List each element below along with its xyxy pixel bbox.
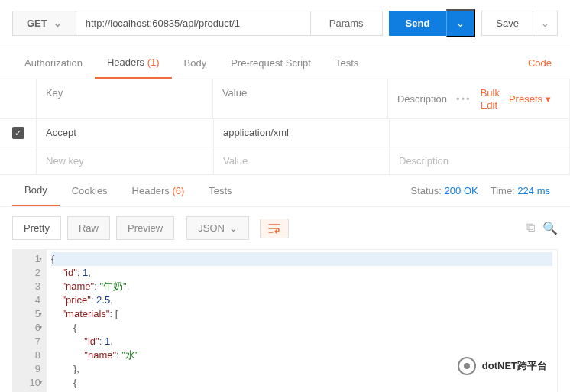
watermark-text: dotNET跨平台 [482,359,547,373]
header-desc-label: Description [397,93,447,105]
wechat-icon [458,357,476,375]
header-key-input[interactable]: Accept [37,119,214,147]
view-raw-button[interactable]: Raw [67,216,110,240]
response-tab-tests[interactable]: Tests [196,176,244,206]
headers-table: Key Value Description ••• Bulk Edit Pres… [0,79,570,175]
header-row-checkbox[interactable]: ✓ [0,119,37,147]
code-link[interactable]: Code [522,48,558,78]
wrap-toggle-button[interactable] [260,219,289,238]
tab-headers-label: Headers [107,57,144,68]
response-headers-label: Headers [132,185,170,196]
send-dropdown-button[interactable]: ⌄ [446,9,475,37]
url-input[interactable] [76,11,311,36]
search-icon[interactable]: 🔍 [542,221,558,235]
chevron-down-icon: ⌄ [541,18,549,29]
header-new-desc[interactable]: Description [390,147,570,174]
header-desc-input[interactable] [390,119,570,147]
check-icon: ✓ [12,127,24,139]
caret-down-icon: ▾ [546,93,551,105]
tab-headers-count: (1) [147,57,160,68]
chevron-down-icon: ⌄ [456,18,465,29]
header-value-label: Value [213,79,388,118]
format-label: JSON [198,222,225,234]
presets-dropdown[interactable]: Presets ▾ [509,93,551,105]
header-key-label: Key [37,79,213,118]
time-value: 224 ms [517,185,550,196]
tab-prerequest[interactable]: Pre-request Script [219,48,323,78]
tab-headers[interactable]: Headers (1) [95,47,172,79]
status-label: Status: [411,185,442,196]
send-button[interactable]: Send [389,11,447,36]
response-headers-count: (6) [172,185,184,196]
http-method-label: GET [27,18,47,29]
response-tab-headers[interactable]: Headers (6) [120,176,197,206]
wrap-icon [268,223,280,234]
chevron-down-icon: ⌄ [229,222,238,234]
response-tab-body[interactable]: Body [12,175,60,206]
format-select[interactable]: JSON ⌄ [186,216,249,240]
params-button[interactable]: Params [311,11,383,36]
copy-icon[interactable]: ⧉ [526,221,535,235]
view-preview-button[interactable]: Preview [116,216,174,240]
chevron-down-icon: ⌄ [53,18,62,29]
watermark: dotNET跨平台 [458,357,547,375]
tab-tests[interactable]: Tests [323,48,371,78]
save-dropdown-button[interactable]: ⌄ [533,11,558,36]
presets-label: Presets [509,93,542,105]
http-method-select[interactable]: GET ⌄ [12,11,76,36]
save-button[interactable]: Save [481,11,533,36]
header-new-key[interactable]: New key [37,147,214,174]
status-display: Status: 200 OK [411,185,478,196]
time-label: Time: [491,185,515,196]
tab-authorization[interactable]: Authorization [12,48,95,78]
status-value: 200 OK [445,185,478,196]
bulk-edit-link[interactable]: Bulk Edit [481,87,500,111]
header-checkbox-col [0,79,37,118]
view-pretty-button[interactable]: Pretty [12,216,61,240]
more-icon[interactable]: ••• [456,93,471,105]
header-new-value[interactable]: Value [214,147,390,174]
tab-body[interactable]: Body [172,48,219,78]
response-tab-cookies[interactable]: Cookies [60,176,120,206]
header-value-input[interactable]: application/xml [214,119,390,147]
header-new-checkbox [0,147,37,174]
time-display: Time: 224 ms [491,185,550,196]
